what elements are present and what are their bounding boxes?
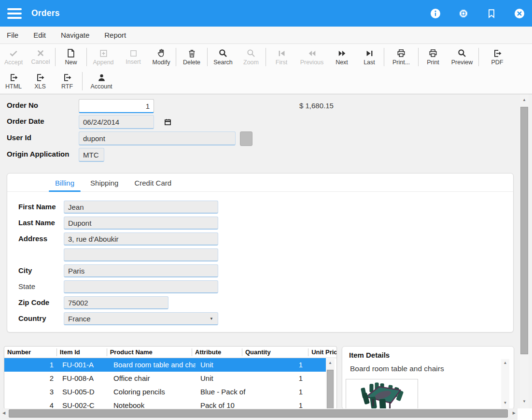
column-header-number[interactable]: Number bbox=[4, 348, 56, 356]
details-vertical-scrollbar[interactable]: ▲ ▼ bbox=[501, 359, 509, 409]
address-input[interactable] bbox=[64, 232, 218, 246]
toolbar: Accept Cancel New Append Insert bbox=[0, 44, 532, 94]
xls-export-button[interactable]: XLS bbox=[27, 73, 53, 90]
table-row[interactable]: 4 SU-002-C Notebook Pack of 10 1 bbox=[4, 399, 326, 409]
last-name-input[interactable] bbox=[64, 217, 218, 230]
insert-square-icon bbox=[129, 49, 138, 58]
scroll-up-icon[interactable]: ▲ bbox=[520, 94, 529, 106]
zip-code-input[interactable] bbox=[64, 296, 168, 309]
debugger-chip-icon[interactable] bbox=[458, 8, 469, 19]
table-row[interactable]: 3 SU-005-D Coloring pencils Blue - Pack … bbox=[4, 385, 326, 399]
column-header-quantity[interactable]: Quantity bbox=[242, 348, 308, 356]
item-details-product-name: Board room table and chairs bbox=[350, 364, 444, 373]
column-header-attribute[interactable]: Attribute bbox=[192, 348, 242, 356]
table-vertical-scrollbar[interactable]: ▲ bbox=[326, 359, 335, 409]
first-name-input[interactable] bbox=[64, 201, 218, 214]
bookmark-icon[interactable] bbox=[486, 8, 497, 19]
close-icon[interactable] bbox=[514, 8, 525, 19]
export-icon bbox=[36, 73, 45, 82]
scroll-up-icon[interactable]: ▲ bbox=[501, 359, 509, 367]
billing-card: Billing Shipping Credit Card First Name … bbox=[7, 173, 514, 333]
cancel-button[interactable]: Cancel bbox=[27, 49, 54, 65]
page-horizontal-scrollbar[interactable]: ◀ ▶ bbox=[2, 408, 518, 419]
column-header-product[interactable]: Product Name bbox=[107, 348, 192, 356]
last-button[interactable]: Last bbox=[356, 49, 383, 66]
menu-bar: File Edit Navigate Report bbox=[0, 27, 532, 44]
pdf-button[interactable]: PDF bbox=[484, 49, 511, 66]
print-button[interactable]: Print bbox=[420, 48, 447, 66]
delete-button[interactable]: Delete bbox=[177, 49, 206, 66]
table-row[interactable]: 1 FU-001-A Board room table and chairs U… bbox=[4, 358, 326, 372]
export-icon bbox=[493, 49, 502, 58]
accept-button[interactable]: Accept bbox=[0, 48, 27, 66]
info-icon[interactable] bbox=[430, 8, 441, 19]
menu-file[interactable]: File bbox=[7, 31, 18, 39]
user-id-label: User Id bbox=[7, 133, 31, 142]
window-title: Orders bbox=[31, 8, 60, 18]
scroll-down-icon[interactable]: ▼ bbox=[501, 399, 509, 407]
first-button[interactable]: First bbox=[267, 49, 296, 66]
user-lookup-button[interactable] bbox=[240, 131, 252, 146]
toolbar-separator bbox=[55, 48, 56, 66]
toolbar-separator bbox=[384, 48, 384, 66]
hamburger-menu-icon[interactable] bbox=[7, 8, 22, 19]
origin-application-label: Origin Application bbox=[7, 150, 69, 158]
trash-icon bbox=[187, 49, 196, 58]
column-header-unit-price[interactable]: Unit Price bbox=[308, 348, 336, 356]
order-date-label: Order Date bbox=[7, 117, 44, 125]
country-select[interactable]: France ▼ bbox=[64, 312, 218, 325]
state-input[interactable] bbox=[64, 280, 218, 293]
menu-report[interactable]: Report bbox=[104, 31, 126, 39]
user-id-input[interactable] bbox=[79, 131, 236, 145]
scroll-down-icon[interactable]: ▼ bbox=[520, 398, 529, 406]
printer-icon bbox=[428, 48, 438, 58]
append-button[interactable]: Append bbox=[88, 49, 119, 66]
scrollbar-thumb[interactable] bbox=[327, 370, 334, 409]
order-date-input[interactable] bbox=[79, 115, 154, 129]
previous-button[interactable]: Previous bbox=[296, 49, 328, 66]
origin-application-input[interactable] bbox=[79, 148, 104, 162]
tab-billing[interactable]: Billing bbox=[53, 179, 77, 191]
zoom-button[interactable]: Zoom bbox=[238, 48, 265, 66]
account-button[interactable]: Account bbox=[84, 73, 119, 90]
insert-button[interactable]: Insert bbox=[119, 49, 148, 65]
scrollbar-thumb[interactable] bbox=[520, 107, 528, 354]
rtf-export-button[interactable]: RTF bbox=[53, 73, 81, 90]
scroll-up-icon[interactable]: ▲ bbox=[326, 359, 335, 367]
user-icon bbox=[97, 73, 106, 82]
item-details-panel: Item Details Board room table and chairs bbox=[342, 346, 514, 409]
scroll-left-icon[interactable]: ◀ bbox=[2, 409, 5, 417]
search-button[interactable]: Search bbox=[209, 48, 238, 66]
city-input[interactable] bbox=[64, 264, 218, 277]
calendar-icon[interactable] bbox=[164, 118, 171, 128]
table-row[interactable]: 2 FU-008-A Office chair Unit 1 bbox=[4, 372, 326, 385]
toolbar-separator bbox=[82, 72, 83, 90]
titlebar-actions bbox=[430, 0, 525, 27]
new-document-icon bbox=[66, 48, 76, 58]
toolbar-row-1: Accept Cancel New Append Insert bbox=[0, 44, 532, 68]
skip-last-icon bbox=[365, 49, 374, 58]
tab-shipping[interactable]: Shipping bbox=[88, 179, 121, 191]
printer-icon bbox=[396, 48, 406, 58]
preview-button[interactable]: Preview bbox=[447, 48, 477, 66]
magnifier-icon bbox=[246, 48, 256, 58]
new-button[interactable]: New bbox=[56, 48, 85, 66]
modify-button[interactable]: Modify bbox=[148, 48, 175, 66]
scrollbar-thumb[interactable] bbox=[9, 409, 508, 418]
column-header-item-id[interactable]: Item Id bbox=[56, 348, 107, 356]
double-right-icon bbox=[337, 49, 347, 58]
html-export-button[interactable]: HTML bbox=[0, 73, 27, 90]
scroll-right-icon[interactable]: ▶ bbox=[513, 409, 516, 417]
menu-navigate[interactable]: Navigate bbox=[61, 31, 89, 39]
order-no-input[interactable] bbox=[79, 99, 154, 113]
address2-input[interactable] bbox=[64, 248, 218, 261]
tab-bar: Billing Shipping Credit Card bbox=[7, 174, 513, 192]
tab-credit-card[interactable]: Credit Card bbox=[132, 179, 174, 191]
print-dialog-button[interactable]: Print... bbox=[385, 48, 417, 66]
order-items-table: Number Item Id Product Name Attribute Qu… bbox=[4, 346, 337, 409]
page-vertical-scrollbar[interactable]: ▲ ▼ bbox=[520, 94, 529, 408]
country-label: Country bbox=[18, 314, 46, 322]
next-button[interactable]: Next bbox=[328, 49, 356, 66]
check-icon bbox=[9, 48, 18, 58]
menu-edit[interactable]: Edit bbox=[33, 31, 46, 39]
